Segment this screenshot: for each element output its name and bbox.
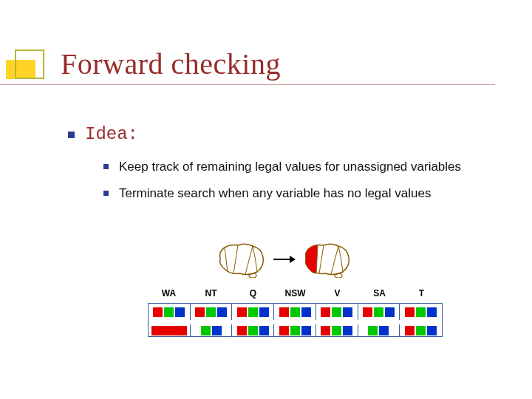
square-bullet-icon [103,164,109,169]
title-decoration [0,50,50,79]
table-row [149,304,442,320]
table-row [149,320,442,336]
region-label: T [400,288,443,299]
square-bullet-icon [68,132,75,138]
region-label: NT [190,288,232,299]
svg-marker-2 [290,256,296,263]
bullet-text: Terminate search when any variable has n… [119,185,431,202]
idea-label: Idea: [85,124,138,144]
bullet-text: Keep track of remaining legal values for… [119,159,461,175]
list-item: Terminate search when any variable has n… [103,185,511,202]
square-bullet-icon [103,191,109,196]
assigned-wa-red [151,326,187,335]
idea-bullet: Idea: [68,124,511,144]
region-label: NSW [274,288,316,299]
slide-title: Forward checking [61,47,281,81]
region-label: SA [358,288,400,299]
region-labels: WA NT Q NSW V SA T [148,288,443,299]
sub-bullet-list: Keep track of remaining legal values for… [103,159,511,202]
australia-map-after [301,241,353,278]
region-label: Q [232,288,274,299]
arrow-right-icon [273,251,296,268]
australia-map-before [216,241,267,278]
title-bar: Forward checking [0,47,532,81]
region-label: V [316,288,358,299]
domain-grid [148,303,443,337]
content-area: Idea: Keep track of remaining legal valu… [68,124,511,212]
region-label: WA [148,288,190,299]
title-underline [0,84,495,85]
map-transition [126,241,443,278]
list-item: Keep track of remaining legal values for… [103,159,511,175]
forward-checking-diagram: WA NT Q NSW V SA T [148,241,443,337]
